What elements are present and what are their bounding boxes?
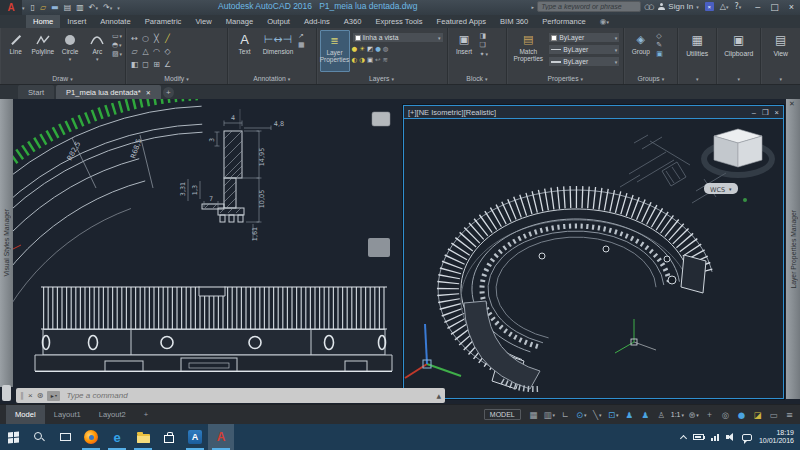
isodraft-icon[interactable]: ╲▾: [591, 410, 604, 420]
stretch-icon[interactable]: ◧: [131, 60, 139, 69]
layer-freeze2-icon[interactable]: ◐: [352, 56, 358, 64]
arc-button[interactable]: Arc▾: [85, 30, 110, 72]
undo-icon[interactable]: ↶▾: [89, 3, 98, 12]
command-close-icon[interactable]: ×: [28, 391, 33, 400]
viewport-3d-canvas[interactable]: WCS ▾: [404, 119, 781, 396]
tab-manage[interactable]: Manage: [219, 15, 260, 28]
viewport-minimize-button[interactable]: –: [752, 108, 756, 117]
panel-label-groups[interactable]: Groups▾: [624, 73, 677, 84]
clean-screen-icon[interactable]: ▭: [767, 410, 780, 420]
file-explorer-button[interactable]: [130, 424, 156, 450]
group-edit-icon[interactable]: ✎: [656, 41, 663, 49]
layer-prev-icon[interactable]: ↩: [375, 56, 380, 64]
panel-label-clipboard[interactable]: ▾: [717, 73, 760, 84]
binoculars-icon[interactable]: ○○: [644, 3, 652, 11]
command-grip-handle[interactable]: ∥: [20, 391, 24, 400]
new-file-icon[interactable]: ▯: [31, 3, 35, 12]
autoscale-icon[interactable]: ♟: [639, 410, 652, 420]
visual-styles-palette-strip[interactable]: Visual Styles Manager: [0, 99, 13, 387]
floating-toolbar-mini[interactable]: [372, 112, 390, 126]
record-icon[interactable]: ◉▾: [593, 15, 616, 28]
exchange-apps-icon[interactable]: ×: [705, 2, 714, 11]
insert-button[interactable]: ▣Insert: [451, 30, 478, 72]
layer-off-icon[interactable]: ●: [352, 45, 358, 53]
file-tab-start[interactable]: Start: [18, 85, 54, 99]
snap-icon[interactable]: ▥▾: [543, 410, 556, 420]
command-recent-icon[interactable]: ▸▾: [47, 391, 60, 401]
panel-label-block[interactable]: Block▾: [448, 73, 507, 84]
tab-layout2[interactable]: Layout2: [90, 405, 135, 424]
object-snap-icon[interactable]: ⊡▾: [607, 410, 620, 420]
tab-addins[interactable]: Add-ins: [297, 15, 337, 28]
panel-label-view[interactable]: ▾: [761, 73, 800, 84]
trim-icon[interactable]: ╳: [154, 34, 159, 43]
floating-palette-mini[interactable]: [368, 238, 390, 257]
tab-a360[interactable]: A360: [337, 15, 369, 28]
layer-lock-icon[interactable]: ◩: [367, 45, 373, 53]
graphics-performance-icon[interactable]: ●: [735, 410, 748, 420]
view-button[interactable]: ▤ View: [764, 30, 797, 72]
file-tab-close-icon[interactable]: ✕: [146, 89, 151, 96]
tab-view[interactable]: View: [188, 15, 218, 28]
file-tab-drawing[interactable]: P1_meia lua dentada*✕: [56, 85, 161, 99]
tab-insert[interactable]: Insert: [60, 15, 93, 28]
fillet-icon[interactable]: ◠: [153, 47, 160, 56]
autodesk-apps-icon[interactable]: △▾: [720, 2, 729, 11]
rotate-icon[interactable]: ○: [142, 34, 149, 43]
polar-tracking-icon[interactable]: ⊙▾: [575, 410, 588, 420]
viewcube[interactable]: [704, 129, 772, 175]
polyline-button[interactable]: Polyline: [30, 30, 55, 72]
offset-icon[interactable]: ∠: [164, 60, 171, 69]
firefox-button[interactable]: [78, 424, 104, 450]
volume-icon[interactable]: [726, 433, 735, 441]
maximize-button[interactable]: □: [770, 2, 779, 12]
layer-properties-button[interactable]: ≣Layer Properties: [320, 30, 350, 72]
taskbar-clock[interactable]: 18:19 10/01/2016: [759, 429, 794, 446]
layer-match-icon[interactable]: ▣: [367, 56, 373, 64]
annotation-visibility-icon[interactable]: ♟: [623, 410, 636, 420]
isolate-objects-icon[interactable]: ◎: [719, 410, 732, 420]
command-customize-icon[interactable]: ⊛: [37, 391, 44, 400]
app-menu-caret-icon[interactable]: ▾: [22, 5, 25, 11]
edge-button[interactable]: e: [104, 424, 130, 450]
create-block-icon[interactable]: ◨: [480, 32, 489, 40]
panel-label-annotation[interactable]: Annotation▾: [228, 73, 316, 84]
color-dropdown[interactable]: ByLayer▾: [548, 32, 620, 43]
panel-label-draw[interactable]: Draw▾: [0, 73, 125, 84]
array-icon[interactable]: ⊞: [153, 60, 160, 69]
vertical-scrollbar-thumb[interactable]: [2, 385, 11, 401]
help-icon[interactable]: ?▾: [734, 2, 741, 11]
model-space-button[interactable]: MODEL: [484, 409, 521, 420]
grid-icon[interactable]: ▦: [527, 410, 540, 420]
tray-expand-icon[interactable]: [680, 434, 687, 441]
wcs-menu[interactable]: WCS ▾: [704, 183, 747, 202]
explode-icon[interactable]: ◇: [164, 47, 170, 56]
ellipse-tool-icon[interactable]: ◓▾: [112, 41, 122, 49]
text-button[interactable]: AText: [231, 30, 258, 72]
scale-icon[interactable]: ◻: [142, 60, 149, 69]
sign-in-button[interactable]: Sign In ▾: [658, 2, 698, 11]
erase-icon[interactable]: ╱: [165, 34, 170, 43]
panel-label-properties[interactable]: Properties▾: [507, 73, 623, 84]
task-view-button[interactable]: [52, 424, 78, 450]
linetype-dropdown[interactable]: ByLayer▾: [548, 44, 620, 55]
tab-output[interactable]: Output: [260, 15, 297, 28]
open-file-icon[interactable]: ▱: [40, 3, 46, 12]
annotation-monitor-icon[interactable]: +: [703, 410, 716, 420]
app-menu-button[interactable]: A: [0, 0, 22, 15]
block-attrs-icon[interactable]: ✦▾: [480, 50, 489, 57]
viewport-controls-label[interactable]: [+][NE Isometric][Realistic]: [408, 108, 496, 117]
store-button[interactable]: [156, 424, 182, 450]
model-canvas-2d[interactable]: R82,5 R68,5: [13, 99, 403, 404]
hardware-acceleration-icon[interactable]: ◪: [751, 410, 764, 420]
lineweight-dropdown[interactable]: ByLayer▾: [548, 56, 620, 67]
plot-icon[interactable]: ▥: [76, 3, 84, 12]
battery-icon[interactable]: [693, 434, 704, 440]
redo-icon[interactable]: ↷▾: [103, 3, 112, 12]
tab-featured-apps[interactable]: Featured Apps: [430, 15, 493, 28]
layer-freeze-icon[interactable]: ☀: [359, 45, 365, 53]
new-drawing-button[interactable]: +: [163, 87, 174, 98]
search-input[interactable]: [537, 1, 641, 12]
edit-block-icon[interactable]: ❏: [480, 41, 489, 49]
autocad-taskbar-button[interactable]: A: [208, 424, 234, 450]
